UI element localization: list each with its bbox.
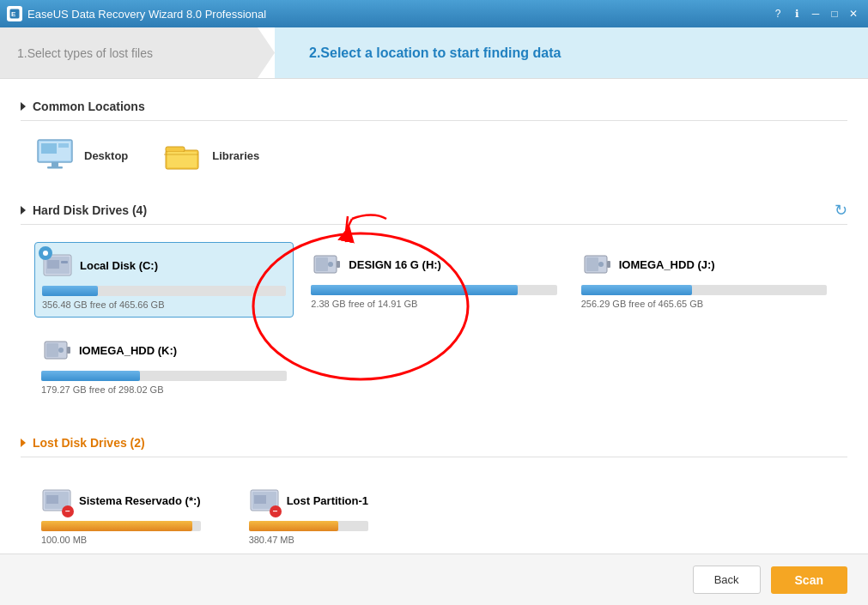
drive-j-free: 256.29 GB free of 465.65 GB — [581, 299, 827, 309]
drive-j-name: IOMEGA_HDD (J:) — [619, 258, 715, 271]
svg-point-23 — [598, 262, 604, 267]
lost-drives-header: Lost Disk Drives (2) — [21, 429, 847, 457]
drive-h-name: DESIGN 16 G (H:) — [349, 258, 441, 271]
drive-c-radio-inner — [43, 251, 48, 256]
svg-rect-30 — [46, 495, 58, 504]
svg-rect-33 — [254, 495, 266, 504]
hdd-arrow — [21, 206, 26, 215]
drive-h-bar — [311, 285, 518, 295]
drive-k-free: 179.27 GB free of 298.02 GB — [41, 384, 287, 395]
step-1[interactable]: 1.Select types of lost files — [0, 27, 275, 78]
titlebar-controls: ? ℹ ─ □ ✕ — [770, 6, 861, 21]
titlebar-left: E EaseUS Data Recovery Wizard 8.0 Profes… — [7, 6, 266, 21]
drive-lost-partition-free: 380.47 MB — [249, 535, 368, 545]
drive-sistema-icon-wrap: − — [41, 485, 72, 516]
drive-c-header: Local Disk (C:) — [42, 250, 286, 281]
hdd-title: Hard Disk Drives (4) — [33, 203, 147, 217]
svg-rect-21 — [586, 257, 598, 271]
drive-sistema-error-badge: − — [62, 505, 74, 517]
titlebar: E EaseUS Data Recovery Wizard 8.0 Profes… — [0, 0, 868, 27]
minimize-button[interactable]: ─ — [808, 6, 823, 21]
drive-sistema[interactable]: − Sistema Reservado (*:) 100.00 MB — [34, 478, 208, 552]
svg-rect-5 — [47, 166, 63, 169]
drive-k-name: IOMEGA_HDD (K:) — [79, 344, 177, 357]
drive-k-bar-container — [41, 371, 287, 381]
drive-h-free: 2.38 GB free of 14.91 GB — [311, 299, 556, 309]
maximize-button[interactable]: □ — [827, 6, 842, 21]
drive-c-icon-container — [42, 250, 73, 281]
drive-k[interactable]: IOMEGA_HDD (K:) 179.27 GB free of 298.02… — [34, 328, 294, 402]
libraries-icon — [162, 138, 203, 172]
hdd-grid: Local Disk (C:) 356.48 GB free of 465.66… — [21, 232, 847, 412]
refresh-icon[interactable]: ↻ — [835, 201, 847, 220]
main-content: Common Locations Desktop — [0, 79, 868, 554]
scan-button[interactable]: Scan — [771, 566, 847, 594]
drive-j[interactable]: IOMEGA_HDD (J:) 256.29 GB free of 465.65… — [574, 242, 834, 318]
drive-sistema-bar — [41, 521, 192, 531]
lost-drives-title: Lost Disk Drives (2) — [33, 436, 145, 450]
drive-j-bar — [581, 285, 692, 295]
info-button[interactable]: ℹ — [789, 6, 804, 21]
drive-lost-partition-error-badge: − — [270, 505, 282, 517]
step-1-label: 1.Select types of lost files — [17, 46, 153, 60]
usb-icon-h — [311, 249, 342, 280]
drive-sistema-bar-container — [41, 521, 201, 531]
drive-j-bar-container — [581, 285, 827, 295]
svg-rect-22 — [607, 261, 610, 268]
hard-disk-drives-header: Hard Disk Drives (4) ↻ — [21, 197, 847, 224]
lost-drives-grid: − Sistema Reservado (*:) 100.00 MB — [21, 468, 847, 554]
app-icon: E — [7, 6, 22, 21]
drive-c-bar — [42, 286, 98, 296]
location-desktop[interactable]: Desktop — [34, 138, 128, 172]
drive-lost-partition-bar — [249, 521, 339, 531]
drive-k-bar — [41, 371, 140, 381]
svg-rect-4 — [52, 162, 58, 166]
drive-h-bar-container — [311, 285, 556, 295]
drive-c-radio — [39, 246, 52, 260]
step-2-label: 2.Select a location to start finding dat… — [309, 45, 561, 61]
close-button[interactable]: ✕ — [846, 6, 861, 21]
drive-lost-partition-header: − Lost Partition-1 — [249, 485, 368, 516]
drive-k-header: IOMEGA_HDD (K:) — [41, 335, 287, 366]
drive-lost-partition-bar-container — [249, 521, 368, 531]
desktop-icon — [34, 138, 76, 172]
drive-lost-partition[interactable]: − Lost Partition-1 380.47 MB — [242, 478, 375, 552]
svg-rect-15 — [61, 261, 68, 263]
drive-sistema-header: − Sistema Reservado (*:) — [41, 485, 201, 516]
common-locations-title: Common Locations — [33, 100, 145, 113]
common-locations-grid: Desktop Libraries — [21, 131, 847, 190]
drive-c[interactable]: Local Disk (C:) 356.48 GB free of 465.66… — [34, 242, 294, 318]
svg-rect-7 — [58, 143, 69, 148]
drive-h[interactable]: DESIGN 16 G (H:) 2.38 GB free of 14.91 G… — [304, 242, 563, 318]
lost-disk-drives-section: Lost Disk Drives (2) − Sistema Reservado… — [21, 429, 847, 554]
svg-rect-26 — [67, 347, 70, 354]
help-button[interactable]: ? — [770, 6, 786, 21]
svg-point-19 — [328, 262, 333, 267]
drive-c-name: Local Disk (C:) — [80, 259, 158, 272]
drive-c-bar-container — [42, 286, 286, 296]
svg-rect-9 — [166, 147, 185, 152]
hard-disk-drives-section: Hard Disk Drives (4) ↻ — [21, 197, 847, 412]
drive-sistema-name: Sistema Reservado (*:) — [79, 494, 201, 507]
common-locations-arrow — [21, 102, 26, 111]
svg-rect-11 — [164, 154, 198, 155]
location-libraries[interactable]: Libraries — [162, 138, 259, 172]
svg-point-27 — [58, 348, 64, 353]
desktop-label: Desktop — [84, 149, 128, 162]
usb-icon-j — [581, 249, 612, 280]
drive-j-header: IOMEGA_HDD (J:) — [581, 249, 827, 280]
app-title: EaseUS Data Recovery Wizard 8.0 Professi… — [27, 8, 266, 21]
drive-h-header: DESIGN 16 G (H:) — [311, 249, 556, 280]
svg-rect-18 — [337, 261, 340, 268]
hdd-header-text: Hard Disk Drives (4) — [21, 197, 835, 224]
step-2: 2.Select a location to start finding dat… — [275, 27, 868, 78]
libraries-label: Libraries — [212, 149, 259, 162]
svg-rect-6 — [41, 143, 57, 154]
svg-rect-14 — [47, 260, 59, 269]
steps-bar: 1.Select types of lost files 2.Select a … — [0, 27, 868, 79]
drive-lost-partition-icon-wrap: − — [249, 485, 280, 516]
svg-rect-17 — [316, 257, 328, 271]
drive-sistema-free: 100.00 MB — [41, 535, 201, 545]
back-button[interactable]: Back — [693, 566, 761, 594]
usb-icon-k — [41, 335, 72, 366]
